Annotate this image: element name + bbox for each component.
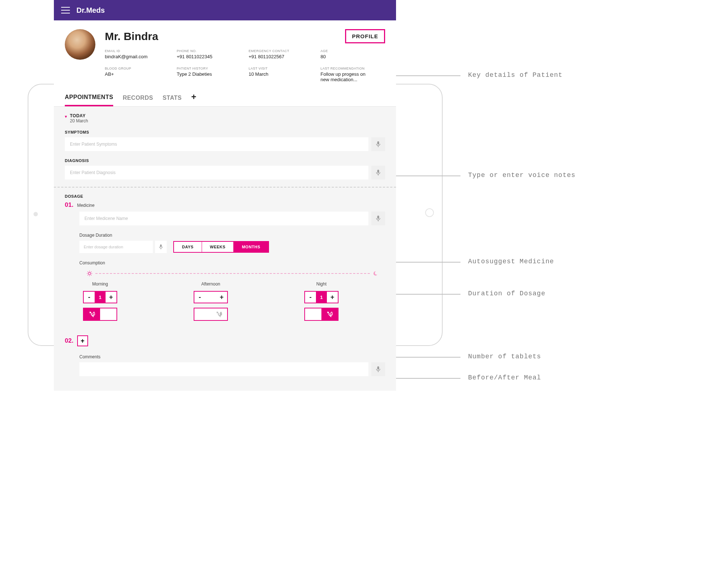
svg-rect-4 xyxy=(377,216,379,219)
consumption-columns: Morning - 1 + xyxy=(79,281,385,321)
detail-blood: BLOOD GROUPAB+ xyxy=(105,67,170,82)
duration-label: Dosage Duration xyxy=(79,233,385,238)
duration-weeks-button[interactable]: WEEKS xyxy=(202,242,234,252)
annotation-duration: Duration of Dosage xyxy=(468,290,545,297)
night-increment-button[interactable]: + xyxy=(327,292,338,303)
medicine-input[interactable] xyxy=(79,212,368,225)
medicine-mic-button[interactable] xyxy=(371,212,385,225)
duration-months-button[interactable]: MONTHS xyxy=(234,242,268,252)
afternoon-meal-toggle[interactable] xyxy=(194,308,228,321)
night-after-meal[interactable] xyxy=(321,308,338,320)
night-stepper: - 1 + xyxy=(304,291,339,303)
microphone-icon xyxy=(159,244,163,250)
annotation-meal: Before/After Meal xyxy=(468,374,541,381)
svg-rect-6 xyxy=(160,244,162,247)
svg-line-13 xyxy=(88,272,88,272)
microphone-icon xyxy=(376,366,381,373)
consumption-morning: Morning - 1 + xyxy=(83,281,117,321)
diagnosis-label: DIAGNOSIS xyxy=(65,158,385,163)
profile-button[interactable]: PROFILE xyxy=(345,29,385,43)
annotation-tablets: Number of tablets xyxy=(468,353,541,360)
add-medicine-row: 02. + xyxy=(65,335,385,346)
morning-stepper: - 1 + xyxy=(83,291,117,303)
chevron-down-icon: ▾ xyxy=(65,114,67,119)
tab-appointments[interactable]: APPOINTMENTS xyxy=(65,89,113,106)
device-camera-icon xyxy=(33,212,38,216)
microphone-icon xyxy=(376,141,381,147)
night-count: 1 xyxy=(316,292,327,303)
today-date: 20 March xyxy=(70,118,88,123)
patient-detail-grid: EMAIL IDbindraK@gmail.com PHONE NO.+91 8… xyxy=(105,49,385,82)
detail-email: EMAIL IDbindraK@gmail.com xyxy=(105,49,170,59)
svg-rect-17 xyxy=(377,366,379,370)
consumption-night: Night - 1 + xyxy=(304,281,339,321)
afternoon-after-meal[interactable] xyxy=(211,308,227,320)
dosage-number-2: 02. xyxy=(65,337,74,344)
hamburger-menu-icon[interactable] xyxy=(61,7,70,13)
detail-emergency: EMERGENCY CONTACT+91 8011022567 xyxy=(249,49,313,59)
morning-meal-toggle[interactable] xyxy=(83,308,117,321)
patient-avatar[interactable] xyxy=(65,29,95,60)
consumption-afternoon: Afternoon - + xyxy=(194,281,228,321)
svg-line-14 xyxy=(91,275,91,275)
app-window: Dr.Meds Mr. Bindra PROFILE EMAIL IDbindr… xyxy=(54,0,396,391)
utensils-icon xyxy=(327,311,333,318)
detail-age: AGE80 xyxy=(321,49,385,59)
dosage-label: DOSAGE xyxy=(65,194,385,198)
night-decrement-button[interactable]: - xyxy=(305,292,316,303)
afternoon-increment-button[interactable]: + xyxy=(216,292,227,303)
detail-history: PATIENT HISTORYType 2 Diabeties xyxy=(177,67,242,82)
microphone-icon xyxy=(376,215,381,222)
annotation-patient-details: Key details of Patient xyxy=(468,71,563,79)
annotation-voice-notes: Type or enter voice notes xyxy=(468,172,575,179)
moon-icon xyxy=(373,271,378,276)
afternoon-stepper: - + xyxy=(194,291,228,303)
topbar: Dr.Meds xyxy=(54,0,396,20)
add-medicine-button[interactable]: + xyxy=(77,335,88,346)
tab-stats[interactable]: STATS xyxy=(163,90,182,106)
consumption-label: Consumption xyxy=(79,260,385,265)
diagnosis-mic-button[interactable] xyxy=(371,166,385,180)
tabs: APPOINTMENTS RECORDS STATS + xyxy=(54,89,396,107)
symptoms-input[interactable] xyxy=(65,137,368,151)
morning-increment-button[interactable]: + xyxy=(106,292,116,303)
detail-last-visit: LAST VISIT10 March xyxy=(249,67,313,82)
content-area: ▾ TODAY 20 March SYMPTOMS DIAGNOSIS DOSA… xyxy=(54,107,396,391)
comments-input[interactable] xyxy=(79,362,368,376)
morning-decrement-button[interactable]: - xyxy=(84,292,95,303)
sun-icon xyxy=(87,271,92,276)
today-row[interactable]: ▾ TODAY 20 March xyxy=(65,113,385,123)
app-title: Dr.Meds xyxy=(76,6,105,15)
patient-name: Mr. Bindra xyxy=(105,30,158,43)
night-meal-toggle[interactable] xyxy=(304,308,339,321)
duration-mic-button[interactable] xyxy=(155,241,167,253)
afternoon-before-meal[interactable] xyxy=(194,308,211,320)
annotation-autosuggest: Autosuggest Medicine xyxy=(468,258,554,265)
svg-line-16 xyxy=(91,272,91,272)
patient-header: Mr. Bindra PROFILE EMAIL IDbindraK@gmail… xyxy=(54,20,396,89)
dosage-item-1: 01. Medicine Dosage Duration xyxy=(65,201,385,321)
night-before-meal[interactable] xyxy=(305,308,321,320)
tab-add-button[interactable]: + xyxy=(191,92,196,103)
today-label: TODAY xyxy=(70,113,88,118)
duration-days-button[interactable]: DAYS xyxy=(174,242,202,252)
svg-line-15 xyxy=(88,275,88,275)
tab-records[interactable]: RECORDS xyxy=(123,90,153,106)
detail-phone: PHONE NO.+91 8011022345 xyxy=(177,49,242,59)
morning-count: 1 xyxy=(95,292,106,303)
svg-rect-0 xyxy=(377,141,379,145)
section-divider xyxy=(54,187,396,188)
morning-after-meal[interactable] xyxy=(100,308,116,320)
detail-last-recommendation: LAST RECOMMENDATIONFollow up progess on … xyxy=(321,67,385,82)
afternoon-count xyxy=(205,292,216,303)
consumption-timeline xyxy=(79,271,385,281)
annotation-line xyxy=(393,75,460,76)
diagnosis-input[interactable] xyxy=(65,166,368,180)
afternoon-decrement-button[interactable]: - xyxy=(194,292,205,303)
dosage-number: 01. xyxy=(65,201,74,209)
symptoms-label: SYMPTOMS xyxy=(65,130,385,134)
comments-mic-button[interactable] xyxy=(371,362,385,376)
morning-before-meal[interactable] xyxy=(84,308,100,320)
symptoms-mic-button[interactable] xyxy=(371,137,385,151)
duration-input[interactable] xyxy=(79,241,153,253)
